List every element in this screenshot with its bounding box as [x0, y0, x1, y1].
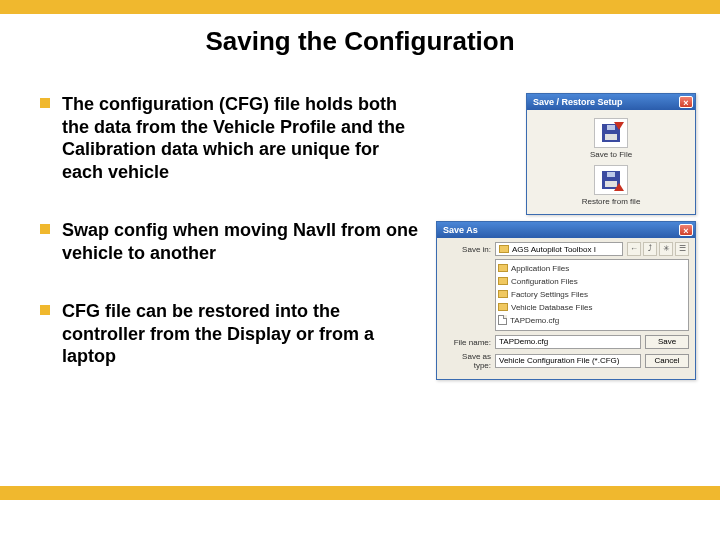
save-restore-dialog: Save / Restore Setup × Save to File: [526, 93, 696, 215]
bullet-text: The configuration (CFG) file holds both …: [62, 93, 424, 183]
list-item[interactable]: Application Files: [498, 262, 686, 274]
list-item[interactable]: Vehicle Database Files: [498, 301, 686, 313]
dialog-title: Save As: [443, 225, 478, 235]
savetype-row: Save as type: Vehicle Configuration File…: [443, 352, 689, 370]
filename-input[interactable]: TAPDemo.cfg: [495, 335, 641, 349]
dialog-body: Save to File Restore from file: [527, 110, 695, 214]
file-name: Application Files: [511, 264, 569, 273]
file-icon: [498, 315, 507, 325]
bullet-item: Swap config when moving NavII from one v…: [40, 219, 424, 264]
file-name: Vehicle Database Files: [511, 303, 592, 312]
restore-from-file-group: Restore from file: [582, 165, 641, 206]
folder-icon: [499, 245, 509, 253]
savetype-label: Save as type:: [443, 352, 491, 370]
save-as-dialog: Save As × Save in: AGS Autopilot Toolbox…: [436, 221, 696, 380]
save-in-row: Save in: AGS Autopilot Toolbox I ← ⤴ ✳ ☰: [443, 242, 689, 256]
file-list[interactable]: Application Files Configuration Files Fa…: [495, 259, 689, 331]
bottom-accent-bar: [0, 486, 720, 500]
save-in-label: Save in:: [443, 245, 491, 254]
restore-from-file-button[interactable]: [594, 165, 628, 195]
bullet-marker-icon: [40, 98, 50, 108]
dialog-body: Save in: AGS Autopilot Toolbox I ← ⤴ ✳ ☰: [437, 238, 695, 379]
list-item[interactable]: Configuration Files: [498, 275, 686, 287]
bullet-item: The configuration (CFG) file holds both …: [40, 93, 424, 183]
content-area: The configuration (CFG) file holds both …: [0, 93, 720, 404]
view-menu-button[interactable]: ☰: [675, 242, 689, 256]
bullet-text: CFG file can be restored into the contro…: [62, 300, 424, 368]
folder-icon: [498, 303, 508, 311]
bullet-marker-icon: [40, 305, 50, 315]
close-icon[interactable]: ×: [679, 224, 693, 236]
top-accent-bar: [0, 0, 720, 14]
up-folder-button[interactable]: ⤴: [643, 242, 657, 256]
list-item[interactable]: Factory Settings Files: [498, 288, 686, 300]
save-in-dropdown[interactable]: AGS Autopilot Toolbox I: [495, 242, 623, 256]
arrow-down-icon: [614, 122, 624, 130]
save-in-value: AGS Autopilot Toolbox I: [512, 245, 596, 254]
arrow-up-icon: [614, 183, 624, 191]
save-caption: Save to File: [590, 150, 632, 159]
dialog-titlebar: Save / Restore Setup ×: [527, 94, 695, 110]
cancel-button[interactable]: Cancel: [645, 354, 689, 368]
file-name: TAPDemo.cfg: [510, 316, 559, 325]
bullet-list: The configuration (CFG) file holds both …: [40, 93, 436, 404]
save-to-file-group: Save to File: [590, 118, 632, 159]
dialog-titlebar: Save As ×: [437, 222, 695, 238]
bullet-text: Swap config when moving NavII from one v…: [62, 219, 424, 264]
new-folder-button[interactable]: ✳: [659, 242, 673, 256]
folder-icon: [498, 264, 508, 272]
restore-caption: Restore from file: [582, 197, 641, 206]
dialog-title: Save / Restore Setup: [533, 97, 623, 107]
savetype-dropdown[interactable]: Vehicle Configuration File (*.CFG): [495, 354, 641, 368]
save-button[interactable]: Save: [645, 335, 689, 349]
slide-title: Saving the Configuration: [0, 26, 720, 57]
file-name: Configuration Files: [511, 277, 578, 286]
bullet-marker-icon: [40, 224, 50, 234]
bullet-item: CFG file can be restored into the contro…: [40, 300, 424, 368]
folder-icon: [498, 277, 508, 285]
list-item[interactable]: TAPDemo.cfg: [498, 314, 686, 326]
screenshot-panel: Save / Restore Setup × Save to File: [436, 93, 696, 404]
back-button[interactable]: ←: [627, 242, 641, 256]
close-icon[interactable]: ×: [679, 96, 693, 108]
filename-row: File name: TAPDemo.cfg Save: [443, 335, 689, 349]
dialog-toolbar: ← ⤴ ✳ ☰: [627, 242, 689, 256]
folder-icon: [498, 290, 508, 298]
save-to-file-button[interactable]: [594, 118, 628, 148]
file-name: Factory Settings Files: [511, 290, 588, 299]
filename-label: File name:: [443, 338, 491, 347]
